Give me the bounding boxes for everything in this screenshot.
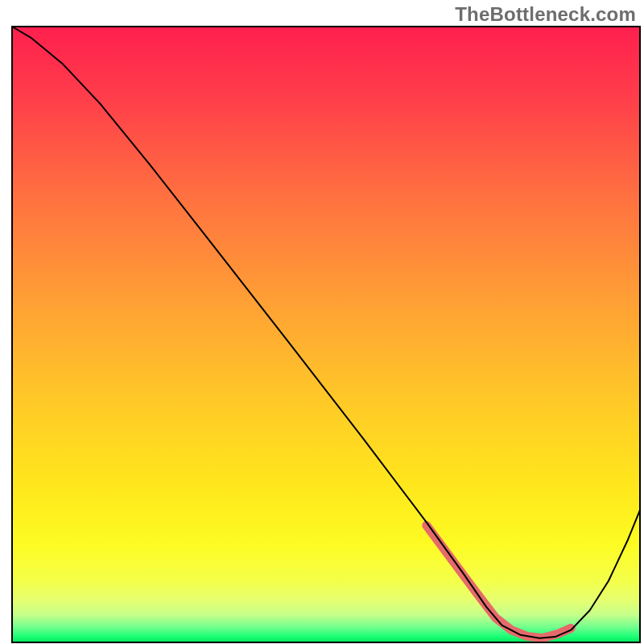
bottleneck-chart (0, 0, 644, 644)
gradient-background (12, 27, 640, 642)
watermark-text: TheBottleneck.com (455, 3, 636, 26)
chart-frame: TheBottleneck.com (0, 0, 644, 644)
